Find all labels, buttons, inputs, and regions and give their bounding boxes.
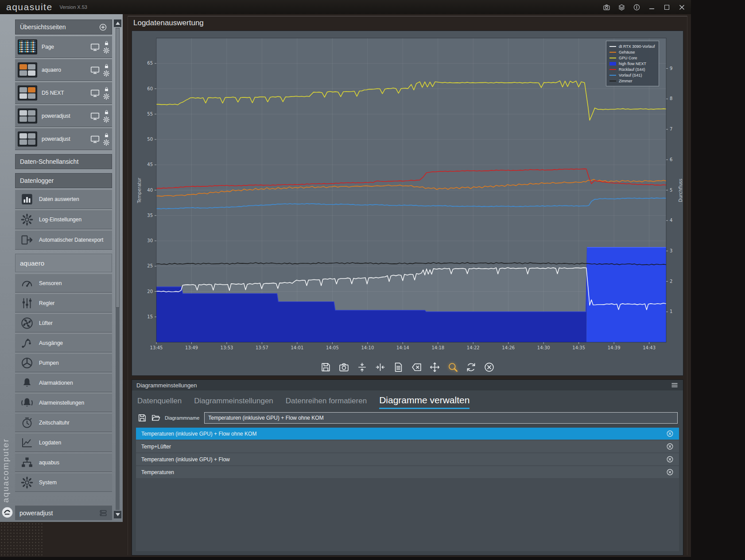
- aquaero-items: Sensoren Regler Lüfter Ausgänge Pumpen A…: [15, 274, 112, 492]
- gear-icon[interactable]: [103, 116, 110, 123]
- monitor-icon[interactable]: [89, 111, 101, 121]
- save-icon[interactable]: [320, 362, 331, 373]
- diagram-row-temperaturen[interactable]: Temperaturen: [136, 466, 679, 478]
- scrollbar-thumb[interactable]: [116, 28, 120, 308]
- sidebar-item-pumpen[interactable]: Pumpen: [15, 353, 112, 372]
- sidebar-header-aquaero[interactable]: aquaero: [15, 254, 112, 272]
- lock-icon[interactable]: [104, 63, 109, 69]
- overview-page-item-poweradjust[interactable]: poweradjust: [15, 105, 112, 127]
- gear-icon[interactable]: [103, 93, 110, 100]
- svg-text:3: 3: [670, 248, 672, 253]
- sidebar-header-datenlogger[interactable]: Datenlogger: [15, 173, 112, 188]
- menu-icon[interactable]: [671, 381, 679, 389]
- corner-dots-decoration: [0, 522, 43, 557]
- lock-icon[interactable]: [104, 86, 109, 92]
- svg-text:14:35: 14:35: [572, 345, 585, 350]
- sidebar-item-ausgänge[interactable]: Ausgänge: [15, 333, 112, 352]
- sidebar-item-log-einstellungen[interactable]: Log-Einstellungen: [15, 210, 112, 229]
- overview-page-item-d5-next[interactable]: D5 NEXT: [15, 82, 112, 104]
- lock-icon[interactable]: [104, 132, 109, 138]
- gear-icon[interactable]: [103, 70, 110, 77]
- save-icon[interactable]: [137, 413, 147, 423]
- sidebar-item-aquabus[interactable]: aquabus: [15, 453, 112, 472]
- remove-icon[interactable]: [666, 468, 674, 476]
- diagram-row-temp-lüfter[interactable]: Temp+Lüfter: [136, 440, 679, 452]
- legend-entry: GPU Core: [609, 55, 656, 61]
- page-label: poweradjust: [42, 136, 89, 142]
- overview-page-item-poweradjust[interactable]: poweradjust: [15, 128, 112, 150]
- tab-diagramme-verwalten[interactable]: Diagramme verwalten: [379, 395, 470, 409]
- gear-icon[interactable]: [103, 47, 110, 54]
- log-chart-icon: [20, 436, 34, 449]
- monitor-icon[interactable]: [89, 42, 101, 52]
- sidebar-header-daten-schnellansicht[interactable]: Daten-Schnellansicht: [15, 154, 112, 169]
- sidebar-header-uebersichtsseiten[interactable]: Übersichtsseiten: [15, 19, 112, 35]
- fit-horizontal-icon[interactable]: [375, 362, 386, 373]
- svg-text:40: 40: [147, 188, 153, 193]
- remove-icon[interactable]: [666, 430, 674, 437]
- screenshot-icon[interactable]: [338, 362, 349, 373]
- bar-chart-icon: [20, 193, 34, 206]
- svg-text:2: 2: [670, 279, 672, 284]
- add-page-icon[interactable]: [99, 23, 107, 31]
- svg-text:14:05: 14:05: [326, 345, 339, 350]
- lock-icon[interactable]: [104, 109, 109, 115]
- fit-vertical-icon[interactable]: [357, 362, 368, 373]
- layers-icon[interactable]: [618, 4, 625, 11]
- diagram-name-input[interactable]: [204, 412, 678, 424]
- sidebar-item-automatischer-datenexport[interactable]: Automatischer Datenexport: [15, 230, 112, 250]
- overview-page-item-page[interactable]: Page: [15, 36, 112, 58]
- info-icon[interactable]: [633, 4, 640, 11]
- refresh-icon[interactable]: [466, 362, 477, 373]
- legend-label: high flow NEXT: [619, 62, 646, 66]
- device-icon: [99, 509, 108, 518]
- open-icon[interactable]: [151, 413, 161, 423]
- sidebar-item-logdaten[interactable]: Logdaten: [15, 433, 112, 452]
- remove-icon[interactable]: [666, 443, 674, 450]
- pan-icon[interactable]: [429, 362, 440, 373]
- screenshot-icon[interactable]: [603, 4, 610, 11]
- page-thumbnail: [18, 131, 37, 147]
- sidebar-item-lüfter[interactable]: Lüfter: [15, 313, 112, 332]
- zoom-icon[interactable]: [447, 362, 458, 373]
- sidebar-item-alarmaktionen[interactable]: Alarmaktionen: [15, 373, 112, 392]
- tab-datenquellen[interactable]: Datenquellen: [137, 397, 182, 408]
- diagram-name-label: Diagrammname: [165, 415, 199, 421]
- report-icon[interactable]: [393, 362, 404, 373]
- sidebar-header-label: aquaero: [20, 259, 44, 267]
- sidebar-item-zeitschaltuhr[interactable]: Zeitschaltuhr: [15, 413, 112, 432]
- sidebar-item-poweradjust-section[interactable]: poweradjust: [15, 505, 112, 520]
- log-chart[interactable]: 152025303540455055606512345678913:4513:4…: [132, 32, 684, 352]
- page-item-icons: [89, 132, 110, 146]
- scroll-down-icon[interactable]: [114, 511, 121, 518]
- diagram-row-temperaturen-inklusive-gpu-flow-ohne-kom[interactable]: Temperaturen (inklusive GPU) + Flow ohne…: [136, 428, 679, 440]
- legend-label: Zimmer: [619, 79, 632, 83]
- diagram-row-temperaturen-inklusive-gpu-flow[interactable]: Temperaturen (inklusive GPU) + Flow: [136, 453, 679, 465]
- clear-icon[interactable]: [411, 362, 422, 373]
- tab-diagrammeinstellungen[interactable]: Diagrammeinstellungen: [194, 397, 273, 408]
- sidebar-item-system[interactable]: System: [15, 473, 112, 492]
- lock-icon[interactable]: [104, 40, 109, 46]
- minimize-icon[interactable]: [648, 4, 656, 11]
- overview-page-item-aquaero[interactable]: aquaero: [15, 59, 112, 81]
- monitor-icon[interactable]: [89, 88, 101, 98]
- titlebar: aquasuite Version X.53: [0, 0, 691, 14]
- sidebar-item-regler[interactable]: Regler: [15, 294, 112, 313]
- abort-icon[interactable]: [484, 362, 495, 373]
- monitor-icon[interactable]: [89, 134, 101, 144]
- sidebar-header-label: Übersichtsseiten: [20, 23, 66, 31]
- sidebar-item-alarmeinstellungen[interactable]: Alarmeinstellungen: [15, 393, 112, 412]
- scrollbar-track[interactable]: [116, 28, 120, 510]
- svg-text:55: 55: [147, 112, 153, 116]
- sidebar-item-daten-auswerten[interactable]: Daten auswerten: [15, 189, 112, 209]
- close-icon[interactable]: [678, 4, 686, 11]
- sliders-icon: [20, 297, 34, 310]
- maximize-icon[interactable]: [663, 4, 671, 11]
- sidebar-scrollbar[interactable]: [114, 19, 121, 518]
- scroll-up-icon[interactable]: [114, 19, 121, 27]
- sidebar-item-sensoren[interactable]: Sensoren: [15, 274, 112, 293]
- gear-icon[interactable]: [103, 139, 110, 146]
- remove-icon[interactable]: [666, 456, 674, 463]
- tab-datenreihen-formatieren[interactable]: Datenreihen formatieren: [286, 397, 367, 408]
- monitor-icon[interactable]: [89, 65, 101, 75]
